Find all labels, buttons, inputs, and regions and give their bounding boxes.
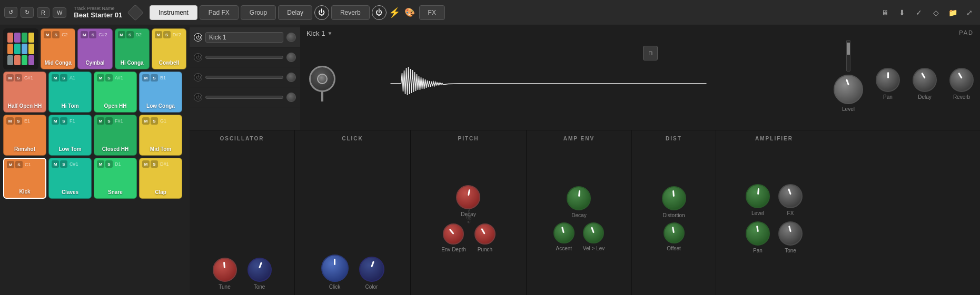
pad-m-cowbell[interactable]: M — [155, 31, 162, 38]
click-knob[interactable] — [321, 255, 349, 282]
amp-level-knob[interactable] — [746, 184, 770, 208]
pad-s-low-tom[interactable]: S — [60, 117, 67, 125]
pad-m-snare[interactable]: M — [97, 160, 104, 168]
delay-tab[interactable]: Delay — [278, 5, 312, 20]
ch-knob-3[interactable] — [286, 93, 296, 102]
undo-button[interactable]: ↺ — [4, 7, 17, 18]
fx-tab[interactable]: FX — [419, 5, 445, 20]
pad-low-conga[interactable]: MSB1 Low Conga — [139, 72, 182, 113]
channel-item-3[interactable]: ⏻ — [190, 87, 300, 107]
vel-lev-knob[interactable] — [583, 222, 604, 243]
pad-s-snare[interactable]: S — [105, 160, 113, 168]
square-wave-btn[interactable]: ⊓ — [643, 46, 658, 60]
level-knob[interactable] — [834, 75, 863, 104]
ch-power-3[interactable]: ⏻ — [194, 93, 202, 101]
amp-decay-knob[interactable] — [567, 186, 591, 210]
pad-s-rimshot[interactable]: S — [15, 117, 22, 125]
waveform-chevron[interactable]: ▼ — [327, 30, 332, 36]
amp-tone-knob[interactable] — [778, 221, 803, 246]
ch-knob-0[interactable] — [286, 33, 296, 42]
ch-name-3[interactable] — [205, 96, 283, 99]
reverb-knob[interactable] — [949, 68, 974, 92]
pad-s-hi-conga[interactable]: S — [126, 31, 134, 38]
pad-s-mid-conga[interactable]: S — [52, 31, 60, 38]
pitch-decay-knob[interactable] — [456, 185, 480, 209]
pad-kick[interactable]: MSC1 Kick — [3, 158, 46, 199]
pad-cymbal[interactable]: MSC#2 Cymbal — [77, 28, 112, 69]
pad-hi-tom[interactable]: MSA1 Hi Tom — [48, 72, 92, 113]
export-icon[interactable]: ⬇ — [896, 6, 908, 19]
pad-half-open-hh[interactable]: MSG#1 Half Open HH — [3, 72, 46, 113]
mini-pad-8[interactable] — [28, 44, 34, 54]
pan-knob[interactable] — [876, 68, 900, 92]
mini-pad-2[interactable] — [14, 33, 20, 43]
flash-icon[interactable]: ⚡ — [389, 5, 400, 20]
pad-s-clap[interactable]: S — [151, 160, 158, 168]
pad-m-low-tom[interactable]: M — [52, 117, 59, 125]
pad-s-half-open-hh[interactable]: S — [15, 74, 22, 82]
pad-s-kick[interactable]: S — [15, 161, 23, 168]
mini-pad-1[interactable] — [7, 33, 13, 43]
pad-m-cymbal[interactable]: M — [81, 31, 88, 38]
pad-hi-conga[interactable]: MSD2 Hi Conga — [115, 28, 150, 69]
mini-pad-12[interactable] — [28, 55, 34, 65]
mini-pad-7[interactable] — [22, 44, 27, 54]
ch-power-2[interactable]: ⏻ — [194, 73, 202, 82]
channel-item-1[interactable]: ⏻ — [190, 47, 300, 67]
ch-knob-2[interactable] — [286, 73, 296, 82]
pad-open-hh[interactable]: MSA#1 Open HH — [94, 72, 137, 113]
folder-icon[interactable]: 📁 — [946, 6, 959, 19]
pad-m-kick[interactable]: M — [7, 161, 14, 168]
ch-knob-1[interactable] — [286, 53, 296, 62]
redo-button[interactable]: ↻ — [21, 7, 34, 18]
r-button[interactable]: R — [37, 7, 50, 18]
pad-claves[interactable]: MSC#1 Claves — [48, 158, 92, 199]
delay-knob[interactable] — [913, 68, 937, 92]
pad-m-open-hh[interactable]: M — [97, 74, 104, 82]
amp-fx-knob[interactable] — [778, 184, 803, 208]
reverb-tab[interactable]: Reverb — [331, 5, 370, 20]
instrument-tab[interactable]: Instrument — [150, 5, 197, 20]
offset-knob[interactable] — [664, 222, 685, 243]
palette-icon[interactable]: 🎨 — [404, 5, 415, 20]
pad-mid-tom[interactable]: MSG1 Mid Tom — [139, 115, 182, 156]
pad-cowbell[interactable]: MSD#2 Cowbell — [152, 28, 186, 69]
mini-pad-grid[interactable] — [3, 28, 38, 69]
env-depth-knob[interactable] — [443, 223, 464, 245]
diamond-icon[interactable]: ◇ — [929, 6, 942, 19]
pad-clap[interactable]: MSD#1 Clap — [139, 158, 182, 199]
pad-s-low-conga[interactable]: S — [151, 74, 158, 82]
channel-item-0[interactable]: ⏻ Kick 1 — [190, 27, 300, 47]
color-knob[interactable] — [359, 257, 384, 282]
channel-item-2[interactable]: ⏻ — [190, 67, 300, 87]
mini-pad-10[interactable] — [14, 55, 20, 65]
mini-pad-4[interactable] — [28, 33, 34, 43]
monitor-icon[interactable]: 🖥 — [879, 6, 892, 19]
ch-name-1[interactable] — [205, 56, 283, 59]
pad-m-mid-tom[interactable]: M — [142, 117, 150, 125]
ch-name-2[interactable] — [205, 76, 283, 79]
pad-m-half-open-hh[interactable]: M — [6, 74, 14, 82]
pad-fx-tab[interactable]: Pad FX — [200, 5, 239, 20]
pad-mid-conga[interactable]: MSC2 Mid Conga — [41, 28, 75, 69]
distortion-knob[interactable] — [662, 186, 686, 210]
check-icon[interactable]: ✓ — [913, 6, 925, 19]
pad-m-low-conga[interactable]: M — [142, 74, 150, 82]
mini-pad-5[interactable] — [7, 44, 13, 54]
pad-m-claves[interactable]: M — [52, 160, 59, 168]
pad-m-rimshot[interactable]: M — [6, 117, 14, 125]
pad-m-clap[interactable]: M — [142, 160, 150, 168]
osc-tone-knob[interactable] — [248, 258, 272, 282]
pad-snare[interactable]: MSD1 Snare — [94, 158, 137, 199]
pad-m-hi-conga[interactable]: M — [118, 31, 125, 38]
mini-pad-6[interactable] — [14, 44, 20, 54]
w-button[interactable]: W — [53, 7, 66, 18]
pad-s-cymbal[interactable]: S — [89, 31, 96, 38]
ch-name-0[interactable]: Kick 1 — [205, 32, 283, 43]
waveform-select[interactable]: Kick 1 ▼ — [306, 29, 332, 37]
amp-pan-knob[interactable] — [746, 221, 770, 246]
pad-rimshot[interactable]: MSE1 Rimshot — [3, 115, 46, 156]
delay-power-btn[interactable]: ⏻ — [314, 5, 329, 20]
pad-s-mid-tom[interactable]: S — [151, 117, 158, 125]
ch-power-0[interactable]: ⏻ — [194, 33, 202, 42]
